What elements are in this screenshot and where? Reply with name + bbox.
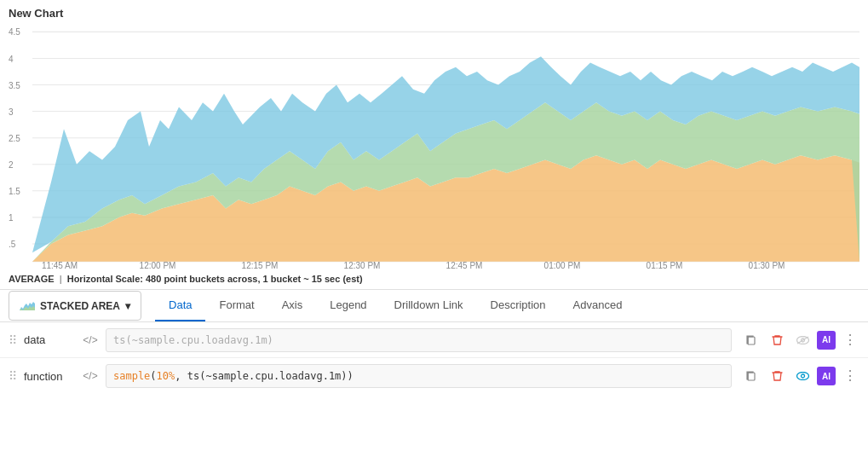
tab-list: Data Format Axis Legend Drilldown Link D… [155,290,635,321]
more-icon-function: ⋮ [843,369,857,383]
eye-button-data[interactable] [791,329,813,351]
tab-description[interactable]: Description [477,290,560,321]
svg-text:.5: .5 [9,240,16,249]
main-container: New Chart 4.5 4 3.5 3 2.5 2 1.5 1 .5 [0,0,868,463]
delete-button-data[interactable] [766,329,788,351]
chart-info-prefix: AVERAGE [9,274,55,284]
tab-drilldown[interactable]: Drilldown Link [381,290,477,321]
svg-text:01:15 PM: 01:15 PM [647,261,683,270]
svg-text:12:15 PM: 12:15 PM [242,261,279,270]
row-label-function: function [24,370,75,383]
chart-title: New Chart [9,7,859,20]
svg-text:3: 3 [9,107,14,117]
chart-type-button[interactable]: STACKED AREA ▾ [9,291,141,321]
svg-text:2: 2 [9,160,14,170]
svg-point-32 [796,373,808,380]
code-toggle-icon[interactable]: </> [80,370,101,382]
chart-section: New Chart 4.5 4 3.5 3 2.5 2 1.5 1 .5 [0,0,868,270]
code-toggle-icon[interactable]: </> [80,334,101,346]
chevron-down-icon: ▾ [125,300,130,312]
chart-info-text: Horizontal Scale: 480 point buckets acro… [67,274,363,284]
stacked-area-icon [20,298,35,313]
row-label-data: data [24,333,75,346]
chart-wrapper: 4.5 4 3.5 3 2.5 2 1.5 1 .5 [9,23,859,270]
tab-axis[interactable]: Axis [268,290,317,321]
tab-legend[interactable]: Legend [316,290,380,321]
svg-text:11:45 AM: 11:45 AM [42,261,78,270]
ai-button-data[interactable]: AI [817,331,836,350]
data-rows: ⠿ data </> ts(~sample.cpu.loadavg.1m) [0,322,868,463]
svg-text:01:00 PM: 01:00 PM [544,261,581,270]
eye-button-function[interactable] [791,365,813,387]
svg-text:2.5: 2.5 [9,134,20,143]
row-value-data[interactable]: ts(~sample.cpu.loadavg.1m) [106,328,732,352]
table-row: ⠿ data </> ts(~sample.cpu.loadavg.1m) [0,322,868,358]
more-button-function[interactable]: ⋮ [839,365,861,387]
svg-text:1.5: 1.5 [9,187,20,196]
svg-rect-31 [748,373,755,380]
drag-handle-icon[interactable]: ⠿ [7,369,19,383]
svg-text:4: 4 [9,54,14,63]
delete-button-function[interactable] [766,365,788,387]
copy-button-function[interactable] [740,365,762,387]
svg-point-33 [801,374,804,378]
more-button-data[interactable]: ⋮ [839,329,861,351]
tab-advanced[interactable]: Advanced [560,290,636,321]
chart-info-bar: AVERAGE | Horizontal Scale: 480 point bu… [0,270,868,290]
row-value-text-function: sample(10%, ts(~sample.cpu.loadavg.1m)) [113,370,354,382]
svg-text:12:45 PM: 12:45 PM [446,261,483,270]
ai-button-function[interactable]: AI [817,367,836,385]
svg-text:3.5: 3.5 [9,80,20,90]
svg-text:12:30 PM: 12:30 PM [344,261,381,270]
row-actions-data: AI ⋮ [740,329,861,351]
copy-button-data[interactable] [740,329,762,351]
row-value-text-data: ts(~sample.cpu.loadavg.1m) [113,334,273,346]
tab-data[interactable]: Data [155,290,205,321]
row-value-function[interactable]: sample(10%, ts(~sample.cpu.loadavg.1m)) [106,364,732,388]
svg-rect-27 [748,337,755,344]
svg-text:4.5: 4.5 [9,27,20,37]
more-icon-data: ⋮ [843,333,857,347]
drag-handle-icon[interactable]: ⠿ [7,333,19,347]
svg-text:12:00 PM: 12:00 PM [140,261,176,270]
tab-format[interactable]: Format [205,290,267,321]
table-row: ⠿ function </> sample(10%, ts(~sample.cp… [0,358,868,394]
chart-svg: 4.5 4 3.5 3 2.5 2 1.5 1 .5 [9,23,859,270]
row-actions-function: AI ⋮ [740,365,861,387]
chart-type-label: STACKED AREA [40,300,120,312]
tabs-row: STACKED AREA ▾ Data Format Axis Legend D… [0,290,868,322]
svg-text:1: 1 [9,213,14,223]
svg-text:01:30 PM: 01:30 PM [749,261,785,270]
